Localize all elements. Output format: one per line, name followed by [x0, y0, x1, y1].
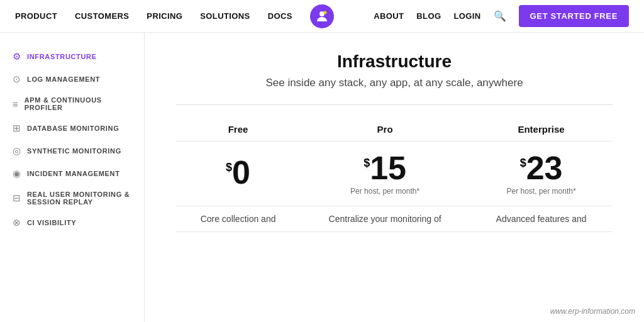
- pro-price-sub: Per host, per month*: [313, 187, 457, 196]
- pro-price-number: 15: [370, 152, 406, 184]
- nav-left: PRODUCT CUSTOMERS PRICING SOLUTIONS DOCS: [15, 11, 292, 21]
- sidebar-item-log-management[interactable]: ⊙ LOG MANAGEMENT: [0, 68, 144, 91]
- apm-icon: ≡: [13, 99, 18, 109]
- enterprise-price-display: $ 23: [482, 152, 600, 184]
- navbar: PRODUCT CUSTOMERS PRICING SOLUTIONS DOCS…: [0, 0, 644, 33]
- enterprise-price-sub: Per host, per month*: [482, 187, 600, 196]
- infrastructure-icon: ⚙: [13, 51, 21, 62]
- nav-product[interactable]: PRODUCT: [15, 11, 57, 21]
- sidebar-item-synthetic[interactable]: ◎ SYNTHETIC MONITORING: [0, 140, 144, 162]
- log-icon: ⊙: [13, 74, 21, 85]
- free-price-cell: $ 0: [176, 142, 300, 206]
- get-started-button[interactable]: GET STARTED FREE: [519, 5, 629, 27]
- synthetic-icon: ◎: [13, 145, 21, 157]
- sidebar-label-synthetic: SYNTHETIC MONITORING: [27, 147, 121, 155]
- nav-pricing[interactable]: PRICING: [147, 11, 182, 21]
- nav-customers[interactable]: CUSTOMERS: [75, 11, 129, 21]
- pro-description: Centralize your monitoring of: [300, 206, 470, 232]
- pro-price-display: $ 15: [313, 152, 457, 184]
- sidebar-item-apm[interactable]: ≡ APM & CONTINUOUS PROFILER: [0, 91, 144, 117]
- sidebar-label-db: DATABASE MONITORING: [27, 125, 119, 132]
- sidebar-label-rum: REAL USER MONITORING & SESSION REPLAY: [27, 191, 131, 206]
- price-row: $ 0 $ 15 Per host, per month*: [176, 142, 613, 206]
- logo[interactable]: [310, 4, 334, 28]
- free-price-number: 0: [232, 156, 250, 189]
- nav-about[interactable]: ABOUT: [374, 11, 404, 21]
- sidebar-item-ci[interactable]: ⊗ CI VISIBILITY: [0, 211, 144, 234]
- sidebar-item-database[interactable]: ⊞ DATABASE MONITORING: [0, 117, 144, 140]
- nav-solutions[interactable]: SOLUTIONS: [200, 11, 250, 21]
- incident-icon: ◉: [13, 168, 21, 179]
- main-content: Infrastructure See inside any stack, any…: [145, 33, 644, 322]
- sidebar: ⚙ INFRASTRUCTURE ⊙ LOG MANAGEMENT ≡ APM …: [0, 33, 145, 322]
- sidebar-item-incident[interactable]: ◉ INCIDENT MANAGEMENT: [0, 162, 144, 185]
- plan-free-header: Free: [176, 118, 300, 142]
- free-description: Core collection and: [176, 206, 300, 232]
- watermark: www.erp-information.com: [550, 307, 635, 316]
- sidebar-label-infrastructure: INFRASTRUCTURE: [27, 53, 97, 60]
- plan-pro-header: Pro: [300, 118, 470, 142]
- sidebar-label-ci: CI VISIBILITY: [27, 219, 76, 226]
- pro-dollar-sign: $: [364, 157, 370, 170]
- sidebar-item-infrastructure[interactable]: ⚙ INFRASTRUCTURE: [0, 45, 144, 68]
- plan-enterprise-header: Enterprise: [470, 118, 613, 142]
- enterprise-price-cell: $ 23 Per host, per month*: [470, 142, 613, 206]
- nav-docs[interactable]: DOCS: [268, 11, 292, 21]
- page-subtitle: See inside any stack, any app, at any sc…: [176, 77, 613, 89]
- free-price-display: $ 0: [189, 156, 287, 189]
- nav-right: ABOUT BLOG LOGIN 🔍 GET STARTED FREE: [374, 5, 629, 27]
- search-icon[interactable]: 🔍: [494, 10, 506, 22]
- description-row: Core collection and Centralize your moni…: [176, 206, 613, 232]
- svg-point-1: [324, 11, 327, 14]
- pricing-table: Free Pro Enterprise $ 0: [176, 118, 613, 232]
- logo-icon: [314, 9, 330, 24]
- page-title: Infrastructure: [176, 52, 613, 72]
- nav-login[interactable]: LOGIN: [453, 11, 480, 21]
- sidebar-label-apm: APM & CONTINUOUS PROFILER: [25, 96, 131, 111]
- sidebar-item-rum[interactable]: ⊟ REAL USER MONITORING & SESSION REPLAY: [0, 185, 144, 211]
- divider: [176, 104, 613, 105]
- free-dollar-sign: $: [226, 161, 232, 174]
- sidebar-label-log: LOG MANAGEMENT: [27, 75, 100, 83]
- enterprise-price-number: 23: [526, 152, 563, 184]
- nav-blog[interactable]: BLOG: [416, 11, 441, 21]
- enterprise-dollar-sign: $: [520, 157, 526, 170]
- pro-price-cell: $ 15 Per host, per month*: [300, 142, 470, 206]
- rum-icon: ⊟: [13, 192, 21, 204]
- enterprise-description: Advanced features and: [470, 206, 613, 232]
- sidebar-label-incident: INCIDENT MANAGEMENT: [27, 170, 120, 177]
- db-icon: ⊞: [13, 123, 21, 134]
- body-container: ⚙ INFRASTRUCTURE ⊙ LOG MANAGEMENT ≡ APM …: [0, 33, 644, 322]
- ci-icon: ⊗: [13, 217, 21, 228]
